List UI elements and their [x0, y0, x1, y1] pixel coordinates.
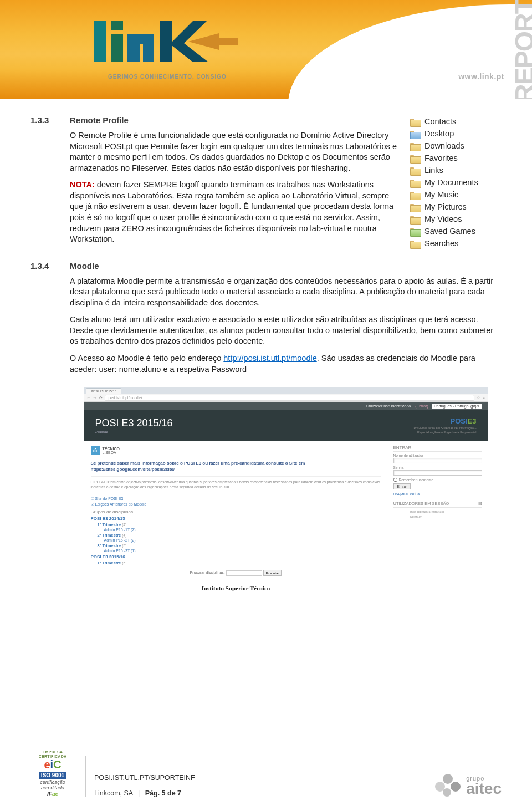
folder-item[interactable]: Saved Games: [410, 225, 502, 237]
moodle-body: ıſı TÉCNICO LISBOA Se pretende saber mai…: [84, 441, 488, 605]
check-link[interactable]: ☑ Edições Anteriores do Moodle: [91, 502, 381, 507]
folder-label: My Videos: [424, 215, 462, 223]
content: 1.3.3 Remote Profile O Remote Profile é …: [0, 99, 532, 605]
paragraph: Cada aluno terá um utilizador exclusivo …: [70, 314, 502, 347]
nota-text: devem fazer SEMPRE logoff quando termina…: [70, 180, 393, 243]
trimestre-link[interactable]: 1º Trimestre (5): [98, 560, 381, 565]
remember-row[interactable]: Remember username: [393, 478, 482, 482]
url-field[interactable]: posi.ist.utl.pt/moodle/: [105, 395, 475, 401]
section-remote-profile: 1.3.3 Remote Profile O Remote Profile é …: [30, 115, 502, 251]
folder-icon: [410, 118, 420, 126]
folder-item[interactable]: My Music: [410, 188, 502, 201]
page-header: GERIMOS CONHECIMENTO, CONSIGO www.link.p…: [0, 0, 532, 99]
moodle-description: O POSI-E3 tem como objectivo primordial …: [91, 476, 381, 493]
tecnico-logo: ıſı TÉCNICO LISBOA: [91, 446, 381, 455]
moodle-link[interactable]: http://posi.ist.utl.pt/moodle: [223, 354, 316, 363]
folder-item[interactable]: Links: [410, 164, 502, 176]
folder-icon: [410, 178, 420, 187]
groups-heading: Grupos de disciplinas: [91, 509, 381, 514]
user-label: Nome de utilizador: [393, 453, 482, 457]
search-label: Procurar disciplinas:: [190, 570, 225, 574]
moodle-notice: Se pretende saber mais informação sobre …: [91, 461, 381, 466]
reload-icon[interactable]: ⟳: [99, 396, 103, 400]
course-link[interactable]: POSI E3 2014/15: [91, 516, 381, 521]
page-number: Pág. 5 de 7: [145, 789, 181, 797]
folder-icon: [410, 227, 420, 236]
folder-icon: [410, 166, 420, 175]
folder-item[interactable]: Contacts: [410, 115, 502, 127]
svg-marker-8: [188, 33, 238, 50]
admin-link[interactable]: Admin P16 -3T (1): [104, 549, 381, 553]
company-name: Linkcom, SA: [94, 789, 132, 797]
folder-label: Saved Games: [424, 227, 475, 236]
moodle-top-strip: Utilizador não identificado. (Entrar) Po…: [84, 402, 488, 410]
folder-label: Desktop: [424, 129, 454, 138]
folder-label: Downloads: [424, 141, 464, 150]
side-label: REPORT: [516, 0, 532, 99]
link-logo: GERIMOS CONHECIMENTO, CONSIGO: [94, 21, 238, 80]
browser-address-bar: ← → ⟳ posi.ist.utl.pt/moodle/ ☆ ≡: [84, 394, 488, 402]
folder-icon: [410, 130, 420, 138]
forgot-link[interactable]: recuperar senha: [393, 492, 482, 496]
password-input[interactable]: [393, 470, 482, 476]
browser-tab[interactable]: POSI E3 2015/16: [86, 388, 122, 394]
trimestre-link[interactable]: 2º Trimestre (4): [98, 533, 381, 538]
nav-fwd-icon[interactable]: →: [93, 396, 97, 400]
svg-rect-1: [111, 21, 123, 30]
folder-item[interactable]: My Pictures: [410, 201, 502, 213]
section-number: 1.3.3: [30, 115, 61, 251]
session-body: (nos últimos 5 minutos) Nenhum: [393, 509, 482, 519]
section-moodle: 1.3.4 Moodle A plataforma Moodle permite…: [30, 261, 502, 605]
lang-selector[interactable]: Português - Portugal (pt) ▾: [432, 404, 482, 409]
folder-item[interactable]: My Documents: [410, 176, 502, 188]
folder-label: My Pictures: [424, 202, 467, 211]
moodle-header: POSI E3 2015/16 1ªedição POSIE3 Pós-Grad…: [84, 410, 488, 441]
folder-icon: [410, 191, 420, 199]
login-link[interactable]: (Entrar): [415, 404, 428, 408]
folder-icon: [410, 203, 420, 211]
nota-label: NOTA:: [70, 180, 95, 189]
remember-checkbox[interactable]: [393, 478, 397, 482]
menu-icon[interactable]: ≡: [482, 396, 484, 400]
section-title: Remote Profile: [70, 115, 399, 125]
login-heading: ENTRAR: [393, 445, 482, 452]
folder-label: Favorites: [424, 154, 458, 162]
admin-link[interactable]: Admin P16 -1T (2): [104, 528, 381, 532]
folder-item[interactable]: Desktop: [410, 127, 502, 140]
folder-icon: [410, 142, 420, 150]
ist-footer: Instituto Superior Técnico: [91, 579, 381, 599]
username-input[interactable]: [393, 458, 482, 463]
page-footer: EMPRESA CERTIFICADA eiC ISO 9001 certifi…: [0, 744, 532, 811]
trimestre-link[interactable]: 3º Trimestre (5): [98, 543, 381, 548]
check-link[interactable]: ☑ Site do POSI E3: [91, 497, 381, 501]
folder-item[interactable]: Searches: [410, 237, 502, 249]
collapse-icon[interactable]: ⊟: [478, 501, 482, 506]
admin-link[interactable]: Admin P16 -2T (2): [104, 538, 381, 542]
nav-back-icon[interactable]: ←: [87, 396, 91, 400]
course-link[interactable]: POSI E3 2015/16: [91, 554, 381, 559]
moodle-title: POSI E3 2015/16: [95, 417, 173, 429]
folder-item[interactable]: Favorites: [410, 152, 502, 164]
folder-label: Links: [424, 166, 443, 175]
folder-label: My Music: [424, 190, 458, 199]
moodle-notice-url[interactable]: https://sites.google.com/site/posie3site…: [91, 467, 381, 472]
search-input[interactable]: [226, 570, 262, 576]
posi-logo: POSIE3 Pós-Graduação em Sistemas de Info…: [413, 417, 476, 435]
section-number: 1.3.4: [30, 261, 61, 605]
star-icon[interactable]: ☆: [477, 396, 480, 400]
search-button[interactable]: Executar: [263, 570, 282, 576]
svg-rect-2: [111, 34, 123, 62]
paragraph-nota: NOTA: devem fazer SEMPRE logoff quando t…: [70, 180, 399, 244]
folder-label: Contacts: [424, 117, 456, 126]
folder-item[interactable]: Downloads: [410, 140, 502, 152]
trimestre-link[interactable]: 1º Trimestre (4): [98, 522, 381, 527]
header-curve: [288, 4, 532, 99]
folder-list: ContactsDesktopDownloadsFavoritesLinksMy…: [410, 115, 502, 249]
eic-badge: EMPRESA CERTIFICADA eiC ISO 9001 certifi…: [30, 750, 75, 797]
enter-button[interactable]: Entrar: [393, 483, 411, 489]
svg-rect-6: [160, 21, 172, 62]
folder-item[interactable]: My Videos: [410, 213, 502, 225]
svg-rect-5: [143, 34, 154, 62]
doc-ref: POSI.IST.UTL.PT/SUPORTEINF: [94, 774, 195, 782]
paragraph: A plataforma Moodle permite a transmissã…: [70, 276, 502, 309]
